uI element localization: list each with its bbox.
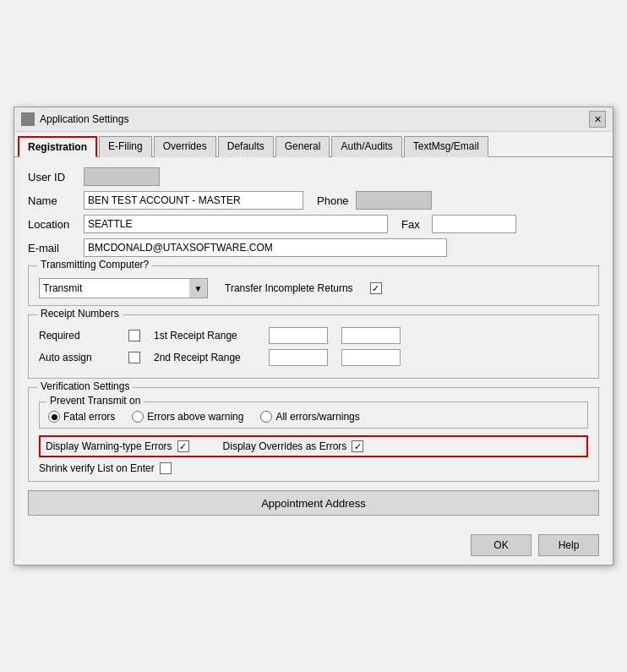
bottom-bar: OK Help	[14, 526, 613, 565]
required-row: Required 1st Receipt Range	[39, 327, 588, 344]
transfer-checkbox[interactable]: ✓	[370, 282, 382, 294]
title-bar: Application Settings ✕	[14, 107, 613, 132]
errors-above-label: Errors above warning	[147, 411, 243, 423]
display-warning-checkbox[interactable]: ✓	[177, 440, 189, 452]
window-icon	[21, 112, 35, 126]
phone-label: Phone	[317, 194, 351, 207]
email-label: E-mail	[28, 242, 79, 254]
transmit-row: Transmit ▼ Transfer Incomplete Returns ✓	[39, 278, 588, 298]
display-overrides-item: Display Overrides as Errors ✓	[223, 440, 364, 452]
all-errors-radio[interactable]	[260, 411, 272, 423]
tab-defaults[interactable]: Defaults	[218, 136, 274, 157]
phone-input[interactable]	[356, 191, 432, 210]
transmit-select-wrapper: Transmit ▼	[39, 278, 208, 298]
second-range-input-2[interactable]	[341, 349, 401, 366]
user-id-row: User ID	[28, 167, 599, 186]
shrink-label: Shrink verify List on Enter	[39, 462, 155, 474]
receipt-numbers-title: Receipt Numbers	[37, 308, 123, 320]
location-label: Location	[28, 218, 79, 231]
tab-registration[interactable]: Registration	[18, 136, 97, 157]
transmit-select[interactable]: Transmit	[39, 278, 208, 298]
fax-label: Fax	[401, 218, 427, 231]
tab-efiling[interactable]: E-Filing	[99, 136, 152, 157]
location-row: Location Fax	[28, 215, 599, 233]
help-button[interactable]: Help	[538, 534, 599, 556]
warning-row: Display Warning-type Errors ✓ Display Ov…	[39, 435, 588, 457]
errors-above-radio[interactable]	[132, 411, 144, 423]
auto-assign-row: Auto assign 2nd Receipt Range	[39, 349, 588, 366]
display-overrides-label: Display Overrides as Errors	[223, 440, 347, 452]
second-range-label: 2nd Receipt Range	[154, 352, 255, 363]
tab-general[interactable]: General	[275, 136, 330, 157]
second-range-input-1[interactable]	[269, 349, 328, 366]
transfer-label: Transfer Incomplete Returns	[225, 282, 353, 294]
prevent-title: Prevent Transmit on	[46, 395, 144, 407]
email-input[interactable]	[84, 238, 447, 257]
first-range-input-1[interactable]	[269, 327, 328, 344]
tab-overrides[interactable]: Overrides	[154, 136, 216, 157]
ok-button[interactable]: OK	[471, 534, 532, 556]
tab-textmsg-email[interactable]: TextMsg/Email	[404, 136, 488, 157]
appointment-address-button[interactable]: Appointment Address	[28, 490, 599, 516]
user-id-label: User ID	[28, 171, 79, 183]
transmitting-title: Transmitting Computer?	[37, 259, 152, 270]
required-checkbox[interactable]	[128, 330, 140, 341]
first-range-label: 1st Receipt Range	[154, 330, 255, 341]
name-row: Name Phone	[28, 191, 599, 210]
tab-bar: Registration E-Filing Overrides Defaults…	[14, 132, 613, 157]
fatal-errors-radio[interactable]	[48, 411, 60, 423]
fax-input[interactable]	[432, 215, 516, 233]
content-area: User ID Name Phone Location Fax E-mail T…	[14, 157, 613, 526]
verification-title: Verification Settings	[37, 380, 133, 392]
receipt-numbers-section: Receipt Numbers Required 1st Receipt Ran…	[28, 314, 599, 379]
prevent-transmit-section: Prevent Transmit on Fatal errors Errors …	[39, 402, 588, 429]
tab-auth-audits[interactable]: Auth/Audits	[331, 136, 401, 157]
verification-section: Verification Settings Prevent Transmit o…	[28, 387, 599, 482]
display-warning-label: Display Warning-type Errors	[46, 440, 172, 452]
close-button[interactable]: ✕	[589, 111, 606, 128]
auto-assign-label: Auto assign	[39, 352, 115, 363]
shrink-checkbox[interactable]	[160, 462, 172, 474]
radio-row: Fatal errors Errors above warning All er…	[48, 411, 579, 423]
auto-assign-checkbox[interactable]	[128, 352, 140, 363]
display-overrides-checkbox[interactable]: ✓	[352, 440, 363, 452]
name-input[interactable]	[84, 191, 303, 210]
display-warning-item: Display Warning-type Errors ✓	[46, 440, 189, 452]
transmitting-section: Transmitting Computer? Transmit ▼ Transf…	[28, 265, 599, 306]
window-title: Application Settings	[40, 113, 128, 125]
all-errors-option[interactable]: All errors/warnings	[260, 411, 359, 423]
email-row: E-mail	[28, 238, 599, 257]
user-id-input[interactable]	[84, 167, 160, 186]
shrink-row: Shrink verify List on Enter	[39, 462, 588, 474]
fatal-errors-label: Fatal errors	[63, 411, 115, 423]
fatal-errors-option[interactable]: Fatal errors	[48, 411, 115, 423]
application-window: Application Settings ✕ Registration E-Fi…	[14, 107, 613, 565]
required-label: Required	[39, 330, 115, 341]
first-range-input-2[interactable]	[341, 327, 401, 344]
all-errors-label: All errors/warnings	[275, 411, 359, 423]
name-label: Name	[28, 194, 79, 207]
location-input[interactable]	[84, 215, 388, 233]
errors-above-option[interactable]: Errors above warning	[132, 411, 243, 423]
